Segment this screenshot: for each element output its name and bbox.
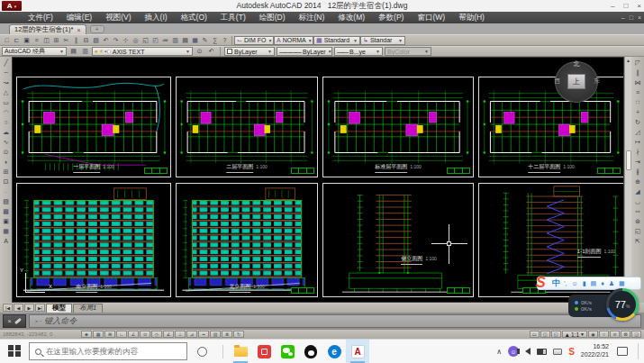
layer-previous-icon[interactable]: ↶ [206,47,216,57]
menu-item[interactable]: 视图(V) [99,12,137,23]
quickcalc-icon[interactable]: ∑ [210,35,220,45]
gradient-icon[interactable]: ▩ [1,206,11,216]
hatch-icon[interactable]: ▨ [1,196,11,206]
workspace-dropdown[interactable]: AutoCAD 经典▼ [2,47,67,56]
clip-icon[interactable]: ◱ [633,226,643,236]
otrack-toggle[interactable]: ∡ [163,331,174,338]
redo-icon[interactable]: ↷ [111,35,121,45]
command-close-icon[interactable]: × [7,318,11,324]
3dosnap-toggle[interactable]: ◇ [151,331,162,338]
ducs-toggle[interactable]: ⊥ [175,331,186,338]
punctuation-icon[interactable]: ’, [564,280,567,287]
file-explorer-button[interactable] [229,340,252,363]
memory-usage-gauge[interactable]: 77% [606,288,639,321]
paste-icon[interactable]: ⊟ [81,35,91,45]
create-block-icon[interactable]: ⊡ [1,177,11,186]
snap-toggle[interactable]: ▦ [93,331,104,338]
ellipse-arc-icon[interactable]: ◗ [1,157,11,167]
command-window-grip[interactable]: × [3,314,26,328]
qnew-icon[interactable]: □ [2,35,12,45]
undo-icon[interactable]: ↶ [101,35,111,45]
hidden-icons-chevron[interactable]: ∧ [496,348,502,356]
close-button[interactable]: × [637,0,641,12]
autocad-app-menu-button[interactable]: A▾ [2,1,22,11]
mdi-minimize-button[interactable]: – [621,14,625,21]
speaker-icon[interactable] [525,348,531,355]
menu-item[interactable]: 修改(M) [331,12,371,23]
transparency-toggle[interactable]: ▧ [210,331,221,338]
wrench-icon[interactable] [14,318,22,324]
search-input[interactable] [46,347,172,356]
qq-button[interactable] [299,340,322,363]
annotation-visibility-button[interactable]: ◉ [588,331,598,338]
menu-item[interactable]: 编辑(E) [60,12,98,23]
quickprop-toggle[interactable]: ≣ [222,331,232,338]
rotate-icon[interactable]: ↻ [633,117,643,127]
mdi-close-button[interactable]: × [638,14,641,21]
tab-model[interactable]: 模型 [46,304,72,313]
stretch-icon[interactable]: ↦ [633,137,643,147]
red-app-button[interactable] [252,340,276,363]
zoom-realtime-icon[interactable]: ◎ [131,35,141,45]
command-input[interactable]: ＞· 键入命令 [29,314,641,328]
chamfer-icon[interactable]: ◢ [633,186,643,196]
osnap-toggle[interactable]: ⊙ [140,331,150,338]
spline-icon[interactable]: ∿ [1,137,11,147]
infer-constraints-toggle[interactable]: ◈ [81,331,92,338]
drawing-canvas[interactable]: 一层平面图1:100 二层平面图1:100 标准层平面图1:100 十二层平面图… [12,57,624,303]
explode-icon[interactable]: ⊛ [633,216,643,226]
zoom-window-icon[interactable]: ◱ [141,35,150,45]
erase-icon[interactable]: ◸ [633,58,643,68]
taskbar-search[interactable] [29,342,187,360]
sogou-logo-icon[interactable]: S [536,275,546,291]
mtext-icon[interactable]: A [1,236,11,246]
polygon-icon[interactable]: △ [1,87,11,97]
revcloud-icon[interactable]: ☁ [1,127,11,137]
show-desktop-button[interactable] [638,343,639,359]
soft-keyboard-icon[interactable]: ▤ [591,280,597,287]
markup-icon[interactable]: ✎ [200,35,210,45]
save-icon[interactable]: ▣ [22,35,32,45]
grid-icon[interactable]: ▦ [619,280,625,287]
toolbar-lock-button[interactable]: ⊠ [621,331,630,338]
layout-nav-button[interactable]: ▶ [24,304,34,312]
viewcube-top-face[interactable]: 上 [567,74,585,89]
viewcube[interactable]: 北 西 东 上 [553,59,600,104]
tool-palettes-icon[interactable]: ▤ [180,35,190,45]
sheet-set-icon[interactable]: ▦ [190,35,200,45]
grid-toggle[interactable]: ⊞ [104,331,115,338]
polyline-icon[interactable]: ↝ [1,77,11,87]
mirror-icon[interactable]: ⋈ [633,77,643,87]
plot-preview-icon[interactable]: ◫ [41,35,51,45]
wechat-button[interactable] [276,340,299,363]
menu-item[interactable]: 插入(I) [139,12,174,23]
array-icon[interactable]: ∷ [633,97,643,107]
workspace-switch-button[interactable]: ⊘ [610,331,620,338]
menu-item[interactable]: 格式(O) [175,12,213,23]
sogou-tray-icon[interactable]: S [568,347,575,357]
model-space-button[interactable]: ▭ [530,331,540,338]
battery-icon[interactable] [537,349,547,355]
layer-states-icon[interactable]: ▥ [80,47,90,57]
extend-icon[interactable]: ⇥ [633,157,643,167]
properties-icon[interactable]: ≔ [160,35,170,45]
menu-item[interactable]: 文件(F) [22,12,59,23]
quick-view-layouts-button[interactable]: ◫ [540,331,550,338]
copy-clip-icon[interactable]: ∥ [71,35,81,45]
lineweight-dropdown[interactable]: ——B...ye▼ [334,47,383,56]
zoom-previous-icon[interactable]: ◰ [150,35,160,45]
mic-icon[interactable]: ▮ [583,280,586,287]
autocad-taskbar-button[interactable]: A [346,340,369,363]
scale-icon[interactable]: ◿ [633,127,643,137]
pan-icon[interactable]: ⊹ [121,35,131,45]
ellipse-icon[interactable]: ⊙ [1,147,11,157]
drawing-tab[interactable]: 12层的学生宿舍(1)* × [9,24,86,34]
designcenter-icon[interactable]: ▥ [170,35,180,45]
menu-item[interactable]: 帮助(H) [452,12,491,23]
dim-style-dropdown[interactable]: ⌙DIM FO▼ [234,36,274,45]
break-icon[interactable]: ∦ [633,167,643,177]
menu-item[interactable]: 参数(P) [372,12,410,23]
quick-view-drawings-button[interactable]: ◱ [551,331,561,338]
scrollbar-thumb[interactable] [626,150,631,170]
polar-toggle[interactable]: ∠ [128,331,139,338]
